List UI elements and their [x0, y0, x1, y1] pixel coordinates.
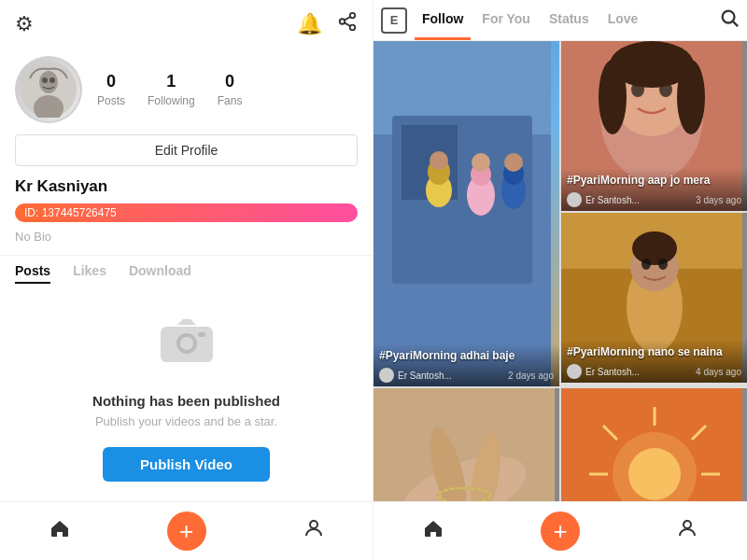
- tab-follow[interactable]: Follow: [415, 0, 471, 40]
- author-avatar-3: [567, 364, 582, 379]
- avatar: [15, 56, 82, 123]
- video-thumb-3[interactable]: #PyariMorning nano se naina Er Santosh..…: [561, 213, 747, 383]
- video-title-1: #PyariMorning aap jo mera: [567, 174, 741, 189]
- author-name-3: Er Santosh...: [585, 367, 692, 377]
- tab-likes[interactable]: Likes: [73, 263, 106, 284]
- right-profile-nav-button[interactable]: [676, 517, 698, 545]
- video-thumb-2[interactable]: [374, 388, 559, 501]
- empty-title: Nothing has been published: [92, 393, 280, 409]
- svg-point-38: [677, 60, 705, 134]
- tab-love[interactable]: Love: [600, 0, 646, 40]
- svg-line-4: [345, 17, 350, 21]
- posts-stat: 0 Posts: [97, 72, 125, 108]
- user-id-badge: ID: 137445726475: [15, 203, 358, 222]
- profile-section: 0 Posts 1 Following 0 Fans: [0, 49, 373, 134]
- home-nav-button[interactable]: [49, 517, 71, 545]
- svg-point-43: [632, 231, 677, 265]
- svg-point-16: [723, 10, 735, 22]
- svg-point-9: [49, 77, 55, 83]
- svg-point-44: [641, 259, 651, 270]
- bio-text: No Bio: [0, 228, 373, 255]
- left-panel: ⚙ 🔔: [0, 0, 374, 560]
- svg-point-6: [39, 71, 58, 93]
- settings-icon[interactable]: ⚙: [15, 12, 34, 36]
- tab-download[interactable]: Download: [129, 263, 191, 284]
- author-name-1: Er Santosh...: [585, 195, 692, 205]
- left-bottom-nav: +: [0, 501, 373, 560]
- author-name-0: Er Santosh...: [398, 371, 504, 381]
- svg-point-13: [180, 337, 193, 350]
- svg-point-63: [684, 521, 691, 528]
- empty-state: Nothing has been published Publish your …: [0, 291, 373, 501]
- stats-row: 0 Posts 1 Following 0 Fans: [97, 72, 242, 108]
- video-thumb-1[interactable]: #PyariMorning aap jo mera Er Santosh... …: [561, 41, 747, 211]
- svg-point-8: [42, 77, 48, 83]
- svg-line-17: [733, 21, 738, 26]
- profile-nav-button[interactable]: [303, 517, 325, 545]
- svg-point-1: [340, 19, 345, 24]
- edit-profile-button[interactable]: Edit Profile: [15, 134, 358, 166]
- video-title-0: #PyariMorning adhai baje: [379, 349, 554, 364]
- video-grid: #PyariMorning adhai baje Er Santosh... 2…: [374, 41, 747, 501]
- svg-point-30: [504, 153, 523, 172]
- profile-tabs: Posts Likes Download: [0, 255, 373, 291]
- tab-for-you[interactable]: For You: [474, 0, 538, 40]
- right-tab-bar: E Follow For You Status Love: [374, 0, 747, 41]
- video-thumb-4[interactable]: [561, 388, 747, 501]
- tab-status[interactable]: Status: [542, 0, 597, 40]
- svg-point-0: [350, 13, 356, 19]
- share-icon[interactable]: [337, 11, 358, 37]
- svg-point-15: [310, 521, 317, 528]
- camera-icon: [157, 312, 217, 382]
- video-time-3: 4 days ago: [696, 367, 741, 377]
- left-header: ⚙ 🔔: [0, 0, 373, 49]
- video-time-0: 2 days ago: [508, 371, 554, 381]
- svg-point-2: [350, 25, 356, 30]
- svg-point-37: [599, 60, 627, 134]
- right-panel: E Follow For You Status Love: [374, 0, 747, 560]
- empty-subtitle: Publish your videos and be a star.: [95, 414, 277, 428]
- author-avatar-1: [567, 192, 582, 207]
- svg-point-24: [430, 151, 448, 170]
- right-bottom-nav: +: [374, 501, 747, 560]
- search-icon[interactable]: [719, 7, 740, 34]
- publish-video-button[interactable]: Publish Video: [103, 447, 270, 482]
- fans-stat: 0 Fans: [218, 72, 243, 108]
- header-right-icons: 🔔: [297, 11, 358, 37]
- svg-point-45: [658, 259, 668, 270]
- svg-marker-11: [177, 319, 196, 325]
- right-create-nav-button[interactable]: +: [541, 511, 580, 551]
- tab-e-box[interactable]: E: [381, 7, 407, 34]
- svg-line-3: [345, 22, 350, 26]
- svg-point-54: [628, 448, 681, 500]
- video-time-1: 3 days ago: [696, 195, 741, 205]
- author-avatar-0: [379, 368, 394, 383]
- username: Kr Kasniyan: [0, 177, 373, 200]
- right-home-nav-button[interactable]: [422, 517, 444, 545]
- video-thumb-0[interactable]: #PyariMorning adhai baje Er Santosh... 2…: [374, 41, 559, 386]
- svg-rect-14: [198, 332, 205, 337]
- bell-icon[interactable]: 🔔: [297, 11, 322, 37]
- svg-point-27: [472, 153, 490, 172]
- video-title-3: #PyariMorning nano se naina: [567, 345, 741, 360]
- tab-posts[interactable]: Posts: [15, 263, 50, 284]
- following-stat: 1 Following: [148, 72, 195, 108]
- create-nav-button[interactable]: +: [167, 511, 206, 551]
